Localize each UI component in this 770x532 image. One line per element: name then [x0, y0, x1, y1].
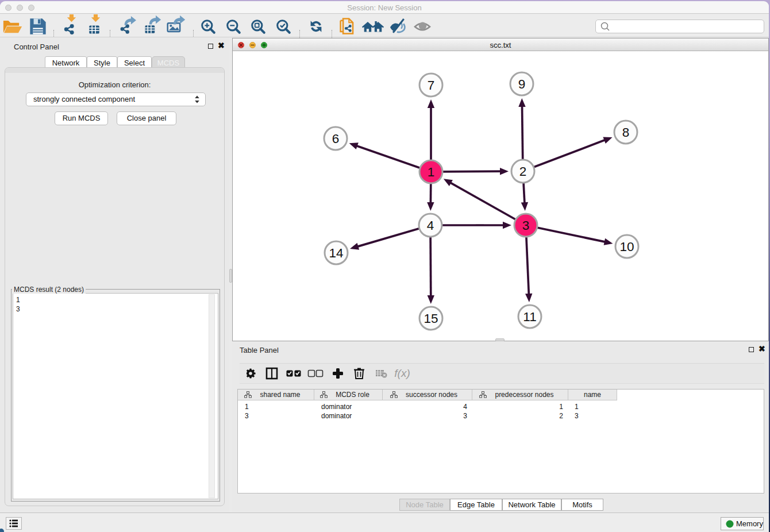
svg-text:14: 14: [329, 246, 343, 260]
svg-text:8: 8: [622, 125, 630, 140]
svg-text:15: 15: [424, 311, 438, 326]
svg-text:6: 6: [332, 132, 340, 146]
svg-text:3: 3: [522, 218, 530, 233]
svg-text:10: 10: [619, 240, 634, 254]
svg-text:f(x): f(x): [394, 367, 410, 379]
svg-text:1: 1: [428, 165, 435, 179]
svg-text:2: 2: [519, 164, 527, 179]
svg-text:9: 9: [518, 77, 526, 91]
svg-text:7: 7: [428, 78, 435, 92]
svg-text:4: 4: [427, 218, 434, 233]
svg-text:11: 11: [523, 310, 536, 324]
